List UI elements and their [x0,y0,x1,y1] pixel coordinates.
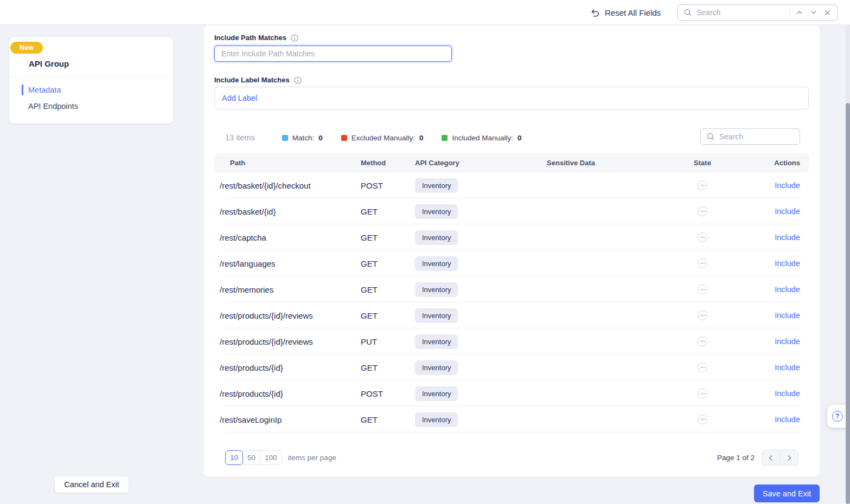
endpoint-path-cell: /rest/basket/{id} [214,198,350,224]
endpoint-method-cell: GET [350,198,401,224]
state-neutral-icon [698,206,707,216]
actions-cell: Include [738,198,809,224]
sidebar-divider [9,76,173,77]
cancel-and-exit-button[interactable]: Cancel and Exit [54,476,129,493]
state-neutral-icon [698,337,707,346]
global-search-input[interactable] [696,8,785,17]
include-label-matches-label: Include Label Matches [214,76,302,84]
include-path-matches-label-text: Include Path Matches [214,34,286,42]
search-close-button[interactable] [823,8,832,17]
legend-label: Included Manually: [452,134,513,142]
page-size-option-10[interactable]: 10 [225,450,243,465]
top-bar: Reset All Fields [0,0,850,25]
endpoint-path-cell: /rest/languages [214,250,350,276]
page-nav-buttons [762,450,798,466]
api-category-badge: Inventory [415,178,458,193]
question-mark-icon: ? [832,411,843,422]
label-matches-box[interactable]: Add Label [214,87,809,109]
state-cell [667,172,738,198]
api-category-cell: Inventory [401,198,475,224]
sidebar-item-label: Metadata [28,86,61,94]
include-link[interactable]: Include [775,233,800,242]
include-label-matches-label-text: Include Label Matches [214,76,290,84]
info-icon[interactable] [291,34,298,42]
include-link[interactable]: Include [775,389,800,398]
endpoint-method-cell: GET [350,224,401,250]
api-category-cell: Inventory [401,224,475,250]
endpoint-method-cell: POST [350,380,401,406]
table-row: /rest/basket/{id} GET Inventory Include [214,198,809,224]
state-neutral-icon [698,232,707,242]
table-search-input[interactable] [719,132,794,141]
state-neutral-icon [698,285,707,294]
legend-swatch [442,135,448,141]
next-page-button[interactable] [780,450,798,465]
endpoint-path-cell: /rest/memories [214,276,350,302]
page-size-option-50[interactable]: 50 [242,450,260,465]
api-category-badge: Inventory [415,308,458,323]
page-size-control: 1050100 items per page [225,450,336,465]
endpoint-path-cell: /rest/saveLoginIp [214,406,350,432]
sidebar-title: API Group [29,59,69,68]
state-cell [667,406,738,432]
main-panel: Include Path Matches Include Label Match… [204,25,820,476]
info-icon[interactable] [294,76,302,84]
search-prev-button[interactable] [795,8,804,17]
table-row: /rest/products/{id} POST Inventory Inclu… [214,380,809,406]
state-cell [667,276,738,302]
include-link[interactable]: Include [775,363,800,372]
page-size-option-100[interactable]: 100 [260,450,282,465]
endpoint-path-cell: /rest/captcha [214,224,350,250]
sidebar-item-metadata[interactable]: Metadata [9,82,173,98]
previous-page-button[interactable] [762,450,780,465]
include-link[interactable]: Include [775,181,800,190]
state-neutral-icon [698,363,707,372]
endpoint-path-cell: /rest/products/{id} [214,354,350,380]
search-icon [683,8,692,17]
actions-cell: Include [738,250,809,276]
vertical-scrollbar-thumb[interactable] [846,103,850,504]
page-size-group: 1050100 [225,450,282,465]
sensitive-data-cell [475,224,667,250]
add-label-button[interactable]: Add Label [222,94,257,102]
table-body: /rest/basket/{id}/checkout POST Inventor… [214,172,809,432]
state-cell [667,198,738,224]
reset-icon [590,8,600,17]
vertical-scrollbar-track[interactable] [846,25,850,504]
sensitive-data-cell [475,354,667,380]
column-header-path: Path [214,153,350,172]
include-link[interactable]: Include [775,207,800,216]
endpoint-path-cell: /rest/basket/{id}/checkout [214,172,350,198]
active-indicator-bar [22,85,23,95]
sidebar-item-api-endpoints[interactable]: API Endpoints [9,98,173,114]
endpoint-method-cell: GET [350,276,401,302]
chevron-up-icon [796,9,803,16]
include-path-matches-input[interactable] [214,46,452,62]
endpoint-method-cell: GET [350,250,401,276]
save-and-exit-button[interactable]: Save and Exit [754,484,820,502]
page-info: Page 1 of 2 [717,454,755,462]
actions-cell: Include [738,380,809,406]
reset-all-fields-button[interactable]: Reset All Fields [590,4,661,21]
legend-value: 0 [517,134,522,142]
sensitive-data-cell [475,250,667,276]
search-next-button[interactable] [809,8,819,17]
sensitive-data-cell [475,198,667,224]
include-link[interactable]: Include [775,337,800,346]
include-link[interactable]: Include [775,415,800,424]
endpoint-path-cell: /rest/products/{id} [214,380,350,406]
api-category-badge: Inventory [415,386,458,401]
table-row: /rest/basket/{id}/checkout POST Inventor… [214,172,809,198]
state-legend: Match: 0 Excluded Manually: 0 Included M… [282,134,522,142]
include-link[interactable]: Include [775,311,800,320]
state-cell [667,302,738,328]
help-button[interactable]: ? [827,405,847,428]
actions-cell: Include [738,328,809,354]
include-path-matches-label: Include Path Matches [214,34,298,42]
include-link[interactable]: Include [775,285,800,294]
api-category-cell: Inventory [401,406,475,432]
include-link[interactable]: Include [775,259,800,268]
endpoints-table: PathMethodAPI CategorySensitive DataStat… [214,153,809,432]
column-header-actions: Actions [738,153,809,172]
items-per-page-label: items per page [288,454,336,462]
